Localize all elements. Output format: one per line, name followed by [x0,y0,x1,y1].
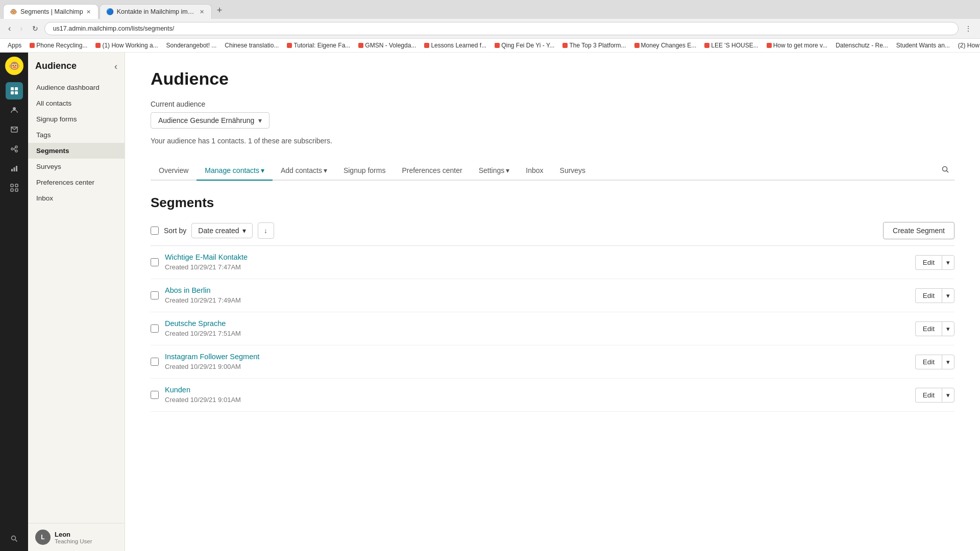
edit-button-1[interactable]: Edit [915,255,942,270]
rail-icon-integrations[interactable] [6,179,23,196]
bookmark-apps[interactable]: Apps [4,41,25,50]
bookmark-8[interactable]: Qing Fei De Yi - Y... [491,41,558,50]
segment-checkbox-2[interactable] [151,291,159,299]
extensions-button[interactable]: ⋮ [962,23,975,34]
edit-button-2[interactable]: Edit [915,288,942,303]
mailchimp-logo[interactable]: 🐵 [5,57,23,75]
forward-button[interactable]: › [17,22,26,35]
audience-info: Your audience has 1 contacts. 1 of these… [151,137,954,145]
sidebar-title: Audience [35,61,77,71]
edit-button-5[interactable]: Edit [915,388,942,403]
sidebar-item-inbox[interactable]: Inbox [28,190,125,206]
edit-dropdown-button-5[interactable]: ▾ [942,388,954,403]
bookmark-13[interactable]: Datenschutz - Re... [832,41,892,50]
refresh-button[interactable]: ↻ [29,23,41,34]
user-name: Leon [55,531,92,538]
user-role: Teaching User [55,538,92,544]
tab-label: Segments | Mailchimp [20,8,83,15]
edit-dropdown-button-1[interactable]: ▾ [942,255,954,270]
sidebar-header: Audience ‹ [28,53,125,78]
sidebar-item-all-contacts[interactable]: All contacts [28,95,125,111]
bookmark-3[interactable]: Sonderangebot! ... [163,41,220,50]
bookmark-9[interactable]: The Top 3 Platform... [559,41,629,50]
edit-button-3[interactable]: Edit [915,321,942,336]
edit-dropdown-button-4[interactable]: ▾ [942,355,954,369]
sidebar-item-tags[interactable]: Tags [28,127,125,143]
tab-segments[interactable]: 🐵 Segments | Mailchimp ✕ [3,4,99,19]
rail-icon-automation[interactable] [6,140,23,158]
segment-list: Wichtige E-Mail Kontakte Created 10/29/2… [151,245,954,412]
sidebar-item-preferences-center[interactable]: Preferences center [28,174,125,190]
sidebar-item-audience-dashboard[interactable]: Audience dashboard [28,80,125,95]
new-tab-button[interactable]: + [213,3,227,18]
segment-checkbox-1[interactable] [151,258,159,266]
svg-rect-1 [15,87,18,90]
segment-actions-1: Edit ▾ [915,255,954,270]
bookmark-15[interactable]: (2) How To Add A... [954,41,980,50]
segment-checkbox-5[interactable] [151,391,159,399]
sidebar-item-segments[interactable]: Segments [28,143,125,159]
rail-icon-search[interactable] [6,530,23,547]
address-bar[interactable]: us17.admin.mailchimp.com/lists/segments/ [44,22,959,35]
segment-name-1[interactable]: Wichtige E-Mail Kontakte [165,253,909,261]
edit-dropdown-button-3[interactable]: ▾ [942,321,954,336]
segment-name-4[interactable]: Instagram Follower Segment [165,353,909,361]
bookmark-4[interactable]: Chinese translatio... [221,41,282,50]
segment-created-1: Created 10/29/21 7:47AM [165,263,241,271]
rail-icon-analytics[interactable] [6,160,23,177]
nav-tabs: Overview Manage contacts ▾ Add contacts … [151,161,954,181]
segment-checkbox-3[interactable] [151,324,159,333]
svg-rect-2 [11,91,14,94]
sidebar-item-surveys[interactable]: Surveys [28,159,125,174]
icon-rail: 🐵 [0,53,28,551]
table-row: Wichtige E-Mail Kontakte Created 10/29/2… [151,246,954,279]
rail-icon-campaigns[interactable] [6,121,23,138]
select-all-checkbox[interactable] [151,227,159,235]
bookmark-5[interactable]: Tutorial: Eigene Fa... [283,41,354,50]
segment-name-2[interactable]: Abos in Berlin [165,286,909,294]
search-icon[interactable] [936,161,954,180]
svg-rect-3 [15,91,18,94]
sort-select[interactable]: Date created ▾ [191,223,252,238]
audience-selector[interactable]: Audience Gesunde Ernährung ▾ [151,112,270,129]
bookmark-11[interactable]: LEE 'S HOUSE... [701,41,762,50]
tab-settings[interactable]: Settings ▾ [471,161,518,181]
rail-icon-dashboard[interactable] [6,82,23,99]
segment-created-3: Created 10/29/21 7:51AM [165,330,241,337]
bookmark-2[interactable]: (1) How Working a... [92,41,161,50]
bookmark-1[interactable]: Phone Recycling... [26,41,91,50]
tab-close-icon[interactable]: ✕ [86,9,91,15]
tab-overview[interactable]: Overview [151,161,197,181]
tab-signup-forms[interactable]: Signup forms [335,161,394,181]
bookmark-6[interactable]: GMSN - Volegda... [355,41,420,50]
tab-import[interactable]: 🔵 Kontakte in Mailchimp impor... ✕ [100,4,212,19]
tab-surveys[interactable]: Surveys [552,161,594,181]
sidebar-collapse-button[interactable]: ‹ [114,62,117,71]
create-segment-button[interactable]: Create Segment [883,222,954,239]
tab-manage-contacts[interactable]: Manage contacts ▾ [197,161,273,181]
chevron-down-icon: ▾ [258,116,262,124]
tab-close-icon-2[interactable]: ✕ [200,9,204,15]
tab-inbox[interactable]: Inbox [518,161,551,181]
bookmark-12[interactable]: How to get more v... [763,41,831,50]
segment-checkbox-4[interactable] [151,358,159,366]
segment-name-5[interactable]: Kunden [165,386,909,394]
table-row: Kunden Created 10/29/21 9:01AM Edit ▾ [151,379,954,412]
chevron-down-icon-settings: ▾ [506,166,509,174]
tab-add-contacts[interactable]: Add contacts ▾ [273,161,335,181]
back-button[interactable]: ‹ [5,22,14,35]
page-heading: Audience [151,69,954,89]
sidebar-item-signup-forms[interactable]: Signup forms [28,111,125,127]
bookmark-7[interactable]: Lessons Learned f... [421,41,490,50]
chevron-down-icon-sort: ▾ [242,227,246,235]
segment-name-3[interactable]: Deutsche Sprache [165,319,909,328]
bookmark-10[interactable]: Money Changes E... [631,41,700,50]
sort-direction-button[interactable]: ↓ [258,222,274,239]
tab-preferences-center[interactable]: Preferences center [394,161,470,181]
segments-heading: Segments [151,195,954,211]
sort-by-label: Sort by [164,227,186,235]
edit-button-4[interactable]: Edit [915,355,942,369]
bookmark-14[interactable]: Student Wants an... [893,41,953,50]
rail-icon-contacts[interactable] [6,102,23,119]
edit-dropdown-button-2[interactable]: ▾ [942,288,954,303]
